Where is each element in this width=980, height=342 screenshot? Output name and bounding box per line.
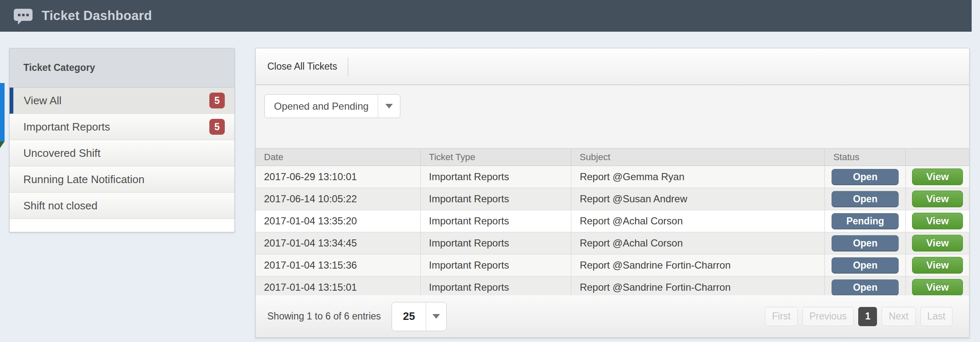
sidebar-item-label: Shift not closed — [23, 199, 98, 212]
showing-entries-text: Showing 1 to 6 of 6 entries — [267, 311, 381, 322]
cell-subject: Report @Sandrine Fortin-Charron — [571, 254, 825, 276]
cell-subject: Report @Achal Corson — [571, 210, 825, 232]
sidebar-item-important-reports[interactable]: Important Reports 5 — [10, 114, 234, 140]
table-row: 2017-06-29 13:10:01 Important Reports Re… — [256, 166, 969, 188]
ticket-category-panel: Ticket Category View All 5 Important Rep… — [9, 48, 235, 232]
page-title: Ticket Dashboard — [42, 8, 152, 23]
cell-ticket-type: Important Reports — [421, 254, 572, 276]
table-row: 2017-01-04 13:34:45 Important Reports Re… — [256, 232, 969, 254]
sidebar-item-running-late-notification[interactable]: Running Late Notification — [10, 166, 234, 193]
cell-ticket-type: Important Reports — [421, 188, 572, 210]
tickets-toolbar: Close All Tickets — [256, 48, 969, 85]
pagination-last-button[interactable]: Last — [920, 307, 952, 326]
column-header-date: Date — [256, 148, 421, 166]
column-header-actions — [906, 148, 969, 166]
cell-ticket-type: Important Reports — [421, 210, 572, 232]
count-badge: 5 — [209, 119, 225, 135]
status-button[interactable]: Open — [832, 257, 899, 274]
toolbar-divider — [348, 57, 348, 76]
status-button[interactable]: Open — [832, 169, 899, 185]
close-all-tickets-button[interactable]: Close All Tickets — [267, 61, 337, 72]
count-badge: 5 — [209, 93, 225, 108]
view-button[interactable]: View — [912, 191, 963, 207]
column-header-status: Status — [825, 148, 906, 166]
sidebar-item-label: Running Late Notification — [23, 173, 145, 186]
view-button[interactable]: View — [912, 279, 963, 296]
top-navbar: Ticket Dashboard — [0, 0, 972, 32]
view-button[interactable]: View — [912, 257, 963, 274]
caret-down-icon[interactable] — [426, 302, 446, 331]
status-filter-value: Opened and Pending — [265, 95, 378, 118]
view-button[interactable]: View — [912, 235, 963, 251]
chat-bubble-icon — [13, 7, 33, 25]
sidebar-item-view-all[interactable]: View All 5 — [10, 88, 234, 114]
sidebar-item-label: View All — [24, 94, 62, 107]
cell-date: 2017-01-04 13:15:36 — [256, 254, 421, 276]
page: Ticket Dashboard Ticket Category View Al… — [0, 0, 980, 342]
page-size-dropdown[interactable]: 25 — [392, 302, 447, 331]
status-button[interactable]: Open — [832, 279, 899, 296]
table-footer: Showing 1 to 6 of 6 entries 25 First Pre… — [256, 295, 969, 337]
filter-area: Opened and Pending — [264, 94, 400, 118]
tickets-panel: Close All Tickets Opened and Pending Dat… — [255, 48, 970, 338]
sidebar-item-shift-not-closed[interactable]: Shift not closed — [10, 193, 234, 219]
column-header-subject: Subject — [571, 148, 825, 166]
cell-subject: Report @Susan Andrew — [571, 188, 825, 210]
status-button[interactable]: Open — [832, 191, 899, 207]
column-header-ticket-type: Ticket Type — [421, 148, 572, 166]
pagination-page-1-button[interactable]: 1 — [858, 307, 877, 326]
sidebar-item-label: Uncovered Shift — [23, 147, 101, 160]
cell-ticket-type: Important Reports — [421, 232, 572, 254]
status-filter-dropdown[interactable]: Opened and Pending — [264, 94, 400, 118]
cell-date: 2017-01-04 13:35:20 — [256, 210, 421, 232]
cell-date: 2017-06-29 13:10:01 — [256, 166, 421, 188]
edge-indicator-strip — [0, 83, 5, 141]
pagination-next-button[interactable]: Next — [882, 307, 915, 326]
cell-ticket-type: Important Reports — [421, 166, 572, 188]
table-row: 2017-06-14 10:05:22 Important Reports Re… — [256, 188, 969, 210]
sidebar-item-uncovered-shift[interactable]: Uncovered Shift — [10, 140, 234, 166]
view-button[interactable]: View — [912, 168, 963, 185]
cell-subject: Report @Gemma Ryan — [571, 166, 825, 188]
cell-subject: Report @Achal Corson — [571, 232, 825, 254]
table-header-row: Date Ticket Type Subject Status — [256, 148, 969, 166]
view-button[interactable]: View — [912, 213, 963, 229]
sidebar-title: Ticket Category — [10, 48, 234, 88]
table-row: 2017-01-04 13:35:20 Important Reports Re… — [256, 210, 969, 232]
cell-date: 2017-01-04 13:34:45 — [256, 232, 421, 254]
page-size-value: 25 — [392, 302, 426, 331]
pagination-previous-button[interactable]: Previous — [802, 307, 854, 326]
cell-date: 2017-06-14 10:05:22 — [256, 188, 421, 210]
table-row: 2017-01-04 13:15:36 Important Reports Re… — [256, 254, 969, 277]
pagination-first-button[interactable]: First — [765, 307, 798, 326]
tickets-table: Date Ticket Type Subject Status 2017-06-… — [256, 148, 969, 299]
sidebar-item-label: Important Reports — [23, 121, 110, 133]
caret-down-icon[interactable] — [378, 95, 400, 118]
status-button[interactable]: Open — [832, 235, 899, 251]
status-button[interactable]: Pending — [832, 213, 899, 229]
pagination: First Previous 1 Next Last — [765, 307, 952, 326]
